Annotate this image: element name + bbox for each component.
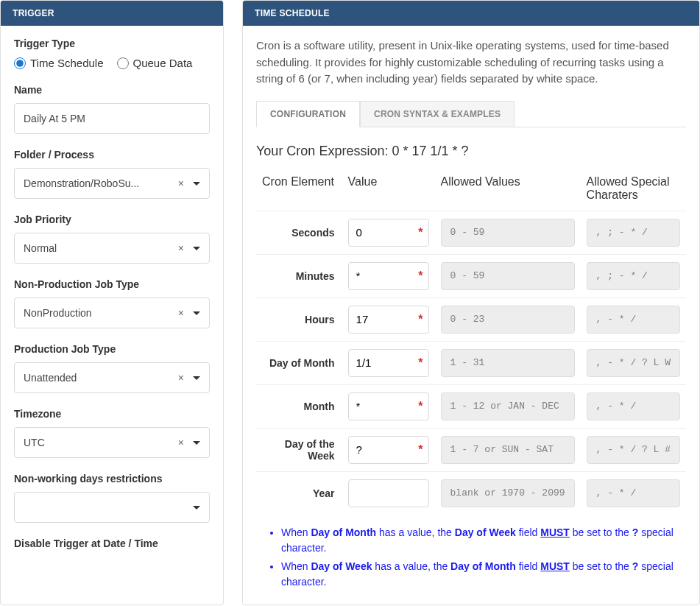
chevron-down-icon[interactable] xyxy=(193,311,200,315)
nonworking-select[interactable] xyxy=(14,492,210,523)
chevron-down-icon[interactable] xyxy=(193,247,200,250)
timezone-select[interactable]: UTC × xyxy=(14,427,210,458)
nonworking-label: Non-working days restrictions xyxy=(14,473,210,485)
cron-row: Yearblank or 1970 - 2099, - * / xyxy=(256,471,686,515)
cron-notes: When Day of Month has a value, the Day o… xyxy=(256,525,686,590)
allowed-special: , - * / xyxy=(587,306,680,334)
required-star-icon: * xyxy=(418,400,423,413)
timezone-label: Timezone xyxy=(14,408,210,420)
prod-label: Production Job Type xyxy=(14,343,210,355)
disable-label: Disable Trigger at Date / Time xyxy=(14,538,210,549)
tab-row: CONFIGURATION CRON SYNTAX & EXAMPLES xyxy=(256,101,686,127)
allowed-values: blank or 1970 - 2099 xyxy=(441,479,575,507)
name-label: Name xyxy=(14,84,210,96)
cron-row: Day of Month*1 - 31, - * / ? L W xyxy=(256,341,686,384)
allowed-values: 0 - 59 xyxy=(441,219,575,247)
schedule-panel: TIME SCHEDULE Cron is a software utility… xyxy=(242,0,700,605)
clear-icon[interactable]: × xyxy=(174,242,188,254)
radio-time-label: Time Schedule xyxy=(30,57,104,69)
col-element: Cron Element xyxy=(256,171,342,211)
allowed-special: , - * / xyxy=(587,479,680,507)
allowed-values: 1 - 31 xyxy=(441,349,575,377)
folder-label: Folder / Process xyxy=(14,149,210,161)
cron-row: Minutes*0 - 59, ; - * / xyxy=(256,254,686,297)
cron-value-input[interactable] xyxy=(348,436,429,464)
cron-value-input[interactable] xyxy=(348,479,429,507)
radio-queue-input[interactable] xyxy=(117,57,129,69)
cron-element-label: Minutes xyxy=(256,254,342,297)
allowed-values: 1 - 7 or SUN - SAT xyxy=(441,436,575,464)
name-input[interactable] xyxy=(14,103,210,134)
radio-queue-data[interactable]: Queue Data xyxy=(117,57,193,69)
cron-expression: Your Cron Expression: 0 * 17 1/1 * ? xyxy=(256,144,686,159)
allowed-values: 1 - 12 or JAN - DEC xyxy=(441,392,575,420)
allowed-special: , - * / ? L # xyxy=(587,436,680,464)
cron-element-label: Hours xyxy=(256,297,342,341)
allowed-special: , ; - * / xyxy=(587,219,680,247)
allowed-values: 0 - 23 xyxy=(441,306,575,334)
chevron-down-icon[interactable] xyxy=(193,506,200,510)
cron-row: Hours*0 - 23, - * / xyxy=(256,297,686,341)
cron-value-input[interactable] xyxy=(348,262,429,290)
trigger-panel: TRIGGER Trigger Type Time Schedule Queue… xyxy=(0,0,224,605)
nonprod-select[interactable]: NonProduction × xyxy=(14,297,210,328)
cron-element-label: Day of the Week xyxy=(256,428,342,471)
allowed-special: , - * / xyxy=(587,392,680,420)
cron-value-input[interactable] xyxy=(348,306,429,334)
tab-configuration[interactable]: CONFIGURATION xyxy=(256,101,360,127)
cron-element-label: Month xyxy=(256,384,342,428)
col-value: Value xyxy=(342,171,435,211)
cron-value-input[interactable] xyxy=(348,349,429,377)
nonprod-label: Non-Production Job Type xyxy=(14,278,210,290)
tab-cron-syntax[interactable]: CRON SYNTAX & EXAMPLES xyxy=(360,101,515,127)
folder-value: Demonstration/RoboSu... xyxy=(24,177,174,189)
note-1: When Day of Month has a value, the Day o… xyxy=(281,525,686,556)
note-2: When Day of Week has a value, the Day of… xyxy=(281,559,686,590)
required-star-icon: * xyxy=(418,313,423,326)
radio-queue-label: Queue Data xyxy=(133,57,193,69)
col-special: Allowed Special Charaters xyxy=(581,171,686,211)
cron-element-label: Year xyxy=(256,471,342,515)
radio-time-input[interactable] xyxy=(14,57,26,69)
priority-label: Job Priority xyxy=(14,214,210,225)
radio-time-schedule[interactable]: Time Schedule xyxy=(14,57,104,69)
required-star-icon: * xyxy=(418,269,423,283)
schedule-description: Cron is a software utility, present in U… xyxy=(256,38,686,88)
allowed-values: 0 - 59 xyxy=(441,262,575,290)
schedule-header: TIME SCHEDULE xyxy=(243,1,699,26)
chevron-down-icon[interactable] xyxy=(193,182,200,186)
cron-value-input[interactable] xyxy=(348,219,429,247)
folder-select[interactable]: Demonstration/RoboSu... × xyxy=(14,168,210,199)
required-star-icon: * xyxy=(418,226,423,239)
priority-select[interactable]: Normal × xyxy=(14,233,210,264)
nonprod-value: NonProduction xyxy=(24,307,174,319)
cron-row: Month*1 - 12 or JAN - DEC, - * / xyxy=(256,384,686,428)
cron-row: Day of the Week*1 - 7 or SUN - SAT, - * … xyxy=(256,428,686,471)
allowed-special: , ; - * / xyxy=(587,262,680,290)
cron-row: Seconds*0 - 59, ; - * / xyxy=(256,211,686,254)
timezone-value: UTC xyxy=(24,437,174,448)
trigger-header: TRIGGER xyxy=(1,1,223,26)
col-allowed: Allowed Values xyxy=(435,171,581,211)
prod-select[interactable]: Unattended × xyxy=(14,362,210,393)
clear-icon[interactable]: × xyxy=(174,307,188,319)
cron-value-input[interactable] xyxy=(348,392,429,420)
trigger-type-label: Trigger Type xyxy=(14,38,210,49)
cron-table: Cron Element Value Allowed Values Allowe… xyxy=(256,171,686,515)
prod-value: Unattended xyxy=(24,372,174,384)
cron-element-label: Seconds xyxy=(256,211,342,254)
required-star-icon: * xyxy=(418,356,423,370)
clear-icon[interactable]: × xyxy=(174,372,188,384)
chevron-down-icon[interactable] xyxy=(193,441,200,445)
clear-icon[interactable]: × xyxy=(174,177,188,189)
clear-icon[interactable]: × xyxy=(174,437,188,448)
allowed-special: , - * / ? L W xyxy=(587,349,680,377)
cron-element-label: Day of Month xyxy=(256,341,342,384)
required-star-icon: * xyxy=(418,443,423,457)
chevron-down-icon[interactable] xyxy=(193,376,200,380)
cron-expr-label: Your Cron Expression: xyxy=(256,144,392,158)
cron-expr-value: 0 * 17 1/1 * ? xyxy=(392,144,468,158)
priority-value: Normal xyxy=(24,242,174,254)
